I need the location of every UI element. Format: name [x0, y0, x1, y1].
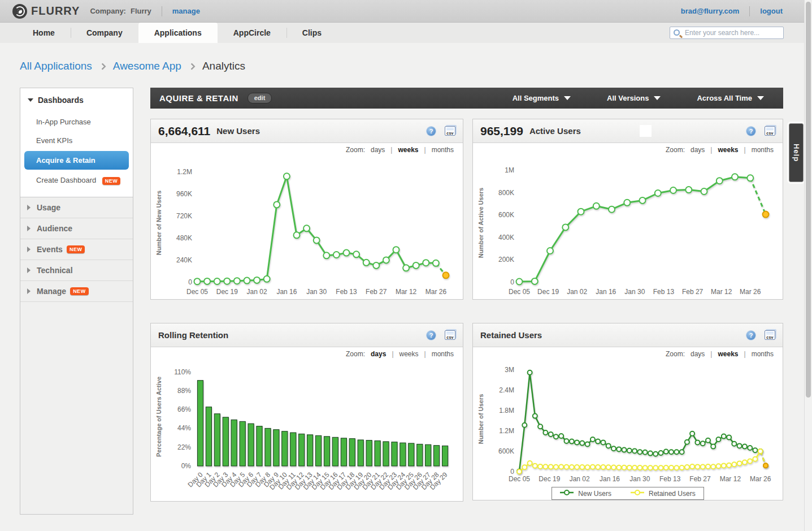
- breadcrumb-chevron-icon: [99, 63, 106, 70]
- zoom-days-link[interactable]: days: [691, 350, 705, 358]
- vertical-scrollbar: [804, 0, 812, 531]
- zoom-weeks-link[interactable]: weeks: [398, 146, 418, 154]
- separator: [424, 146, 426, 154]
- breadcrumb-all-applications[interactable]: All Applications: [20, 60, 92, 72]
- flurry-logo[interactable]: FLURRY: [12, 4, 80, 19]
- time-range-dropdown[interactable]: Across All Time: [697, 93, 764, 103]
- help-tab[interactable]: Help: [789, 123, 804, 182]
- breadcrumb-chevron-icon: [188, 63, 196, 70]
- chevron-right-icon: [27, 205, 33, 210]
- help-icon[interactable]: ?: [427, 331, 436, 340]
- zoom-months-link[interactable]: months: [432, 350, 454, 358]
- help-icon[interactable]: ?: [427, 127, 436, 136]
- svg-text:Feb 13: Feb 13: [653, 288, 675, 296]
- new-users-legend-marker-icon: [560, 489, 574, 498]
- sidebar-item-event-kpis[interactable]: Event KPIs: [20, 131, 133, 150]
- edit-button[interactable]: edit: [247, 93, 272, 103]
- help-icon[interactable]: ?: [746, 127, 755, 136]
- svg-text:Jan 16: Jan 16: [596, 288, 616, 296]
- active-users-line-chart: 0200K400K600K800K1MNumber of Active User…: [473, 157, 783, 299]
- csv-export-icon[interactable]: csv: [445, 330, 455, 340]
- zoom-weeks-link[interactable]: weeks: [400, 350, 419, 358]
- svg-text:480K: 480K: [176, 234, 192, 242]
- tab-applications[interactable]: Applications: [138, 23, 218, 43]
- svg-text:240K: 240K: [176, 256, 192, 264]
- chart-legend: New Users Retained Users: [552, 487, 704, 500]
- sidebar-group-label: Technical: [37, 266, 73, 275]
- sidebar-section-dashboards[interactable]: Dashboards: [20, 88, 133, 113]
- svg-text:Jan 16: Jan 16: [600, 475, 620, 483]
- zoom-weeks-link[interactable]: weeks: [718, 146, 738, 154]
- search-input[interactable]: [685, 28, 781, 38]
- sidebar-item-create-dashboard[interactable]: Create Dashboard NEW: [20, 171, 133, 190]
- zoom-months-link[interactable]: months: [752, 146, 774, 154]
- rolling-retention-chart-panel: Rolling Retention ? csv Zoom: days weeks…: [150, 323, 463, 502]
- svg-text:0: 0: [188, 278, 192, 286]
- retained-users-legend-marker-icon: [631, 489, 644, 498]
- zoom-months-link[interactable]: months: [752, 350, 774, 358]
- tab-company[interactable]: Company: [71, 23, 138, 43]
- svg-text:Feb 13: Feb 13: [336, 288, 357, 296]
- segments-dropdown[interactable]: All Segments: [513, 93, 571, 103]
- search-box: [670, 27, 784, 39]
- zoom-months-link[interactable]: months: [432, 146, 454, 154]
- csv-export-icon[interactable]: csv: [765, 330, 775, 340]
- svg-text:Feb 27: Feb 27: [366, 288, 387, 296]
- breadcrumb-analytics: Analytics: [202, 60, 245, 72]
- manage-link[interactable]: manage: [172, 7, 200, 15]
- sidebar-item-acquire-retain[interactable]: Acquire & Retain: [24, 151, 129, 170]
- zoom-weeks-link[interactable]: weeks: [718, 350, 738, 358]
- legend-label-retained-users: Retained Users: [649, 490, 696, 498]
- user-email-link[interactable]: brad@flurry.com: [681, 7, 739, 15]
- help-icon[interactable]: ?: [746, 331, 755, 340]
- search-icon: [674, 29, 680, 36]
- new-badge: NEW: [70, 287, 89, 295]
- svg-text:Mar 26: Mar 26: [750, 475, 771, 483]
- svg-text:1.2M: 1.2M: [177, 168, 192, 176]
- retained-users-line-chart: 0600K1.2M1.8M2.4M3MNumber of UsersDec 05…: [473, 361, 783, 486]
- svg-text:Dec 19: Dec 19: [537, 288, 559, 296]
- new-users-chart-title: New Users: [216, 126, 260, 136]
- svg-text:44%: 44%: [177, 424, 191, 432]
- csv-export-icon[interactable]: csv: [765, 126, 775, 136]
- company-label: Company:: [90, 7, 126, 15]
- new-users-metric-value: 6,664,611: [158, 124, 210, 138]
- svg-text:Jan 30: Jan 30: [624, 288, 645, 296]
- tab-home[interactable]: Home: [17, 23, 71, 43]
- sidebar-group-label: Usage: [37, 203, 60, 212]
- sidebar-group-usage[interactable]: Usage: [20, 197, 133, 218]
- zoom-days-link[interactable]: days: [371, 350, 386, 358]
- svg-text:600K: 600K: [498, 447, 514, 455]
- breadcrumb-awesome-app[interactable]: Awesome App: [113, 60, 181, 72]
- top-bar: FLURRY Company: Flurry manage brad@flurr…: [0, 0, 812, 23]
- sidebar-item-label: Create Dashboard: [36, 176, 96, 184]
- separator: [744, 350, 746, 358]
- separator: [390, 146, 392, 154]
- divider: [749, 6, 750, 16]
- tab-appcircle[interactable]: AppCircle: [218, 23, 286, 43]
- zoom-days-link[interactable]: days: [691, 146, 705, 154]
- sidebar-group-technical[interactable]: Technical: [20, 260, 133, 281]
- chevron-down-icon: [757, 96, 764, 103]
- svg-text:Jan 02: Jan 02: [570, 475, 590, 483]
- sidebar-item-in-app-purchase[interactable]: In-App Purchase: [20, 113, 133, 131]
- zoom-days-link[interactable]: days: [371, 146, 385, 154]
- sidebar-group-events[interactable]: Events NEW: [20, 239, 133, 260]
- tab-clips[interactable]: Clips: [286, 23, 337, 43]
- scrollbar-thumb[interactable]: [806, 2, 811, 398]
- zoom-label: Zoom:: [346, 350, 365, 358]
- svg-text:Number of Users: Number of Users: [477, 394, 484, 444]
- svg-text:0%: 0%: [181, 462, 192, 470]
- rolling-retention-bar-chart: 0%22%44%66%88%110%Percentage of Users Ac…: [151, 361, 463, 501]
- sidebar-group-manage[interactable]: Manage NEW: [20, 281, 133, 302]
- svg-text:960K: 960K: [176, 190, 192, 198]
- chevron-down-icon: [654, 96, 661, 103]
- sidebar-group-audience[interactable]: Audience: [20, 218, 133, 239]
- logout-link[interactable]: logout: [760, 7, 783, 15]
- new-users-chart-panel: 6,664,611 New Users ? csv Zoom: days wee…: [150, 119, 463, 300]
- versions-dropdown[interactable]: All Versions: [607, 93, 661, 103]
- svg-text:0: 0: [510, 468, 514, 476]
- svg-text:Feb 13: Feb 13: [659, 475, 681, 483]
- svg-text:Mar 12: Mar 12: [396, 288, 417, 296]
- csv-export-icon[interactable]: csv: [445, 126, 455, 136]
